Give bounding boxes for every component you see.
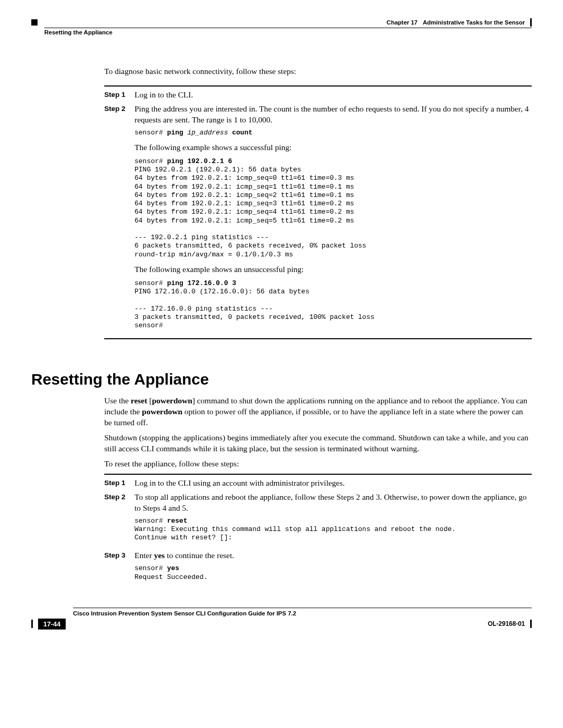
steps-rule <box>104 85 532 87</box>
code-block: sensor# ping 192.0.2.1 6 PING 192.0.2.1 … <box>134 157 532 259</box>
step-label: Step 2 <box>104 104 134 113</box>
footer-guide-title: Cisco Intrusion Prevention System Sensor… <box>73 610 532 616</box>
step-row: Step 3 Enter yes to continue the reset. … <box>104 550 532 586</box>
step-body: Log in to the CLI using an account with … <box>134 478 532 489</box>
step-row: Step 1 Log in to the CLI using an accoun… <box>104 478 532 489</box>
paragraph: The following example shows a successful… <box>134 142 532 153</box>
chapter-number: Chapter 17 <box>387 19 418 26</box>
step-label: Step 1 <box>104 90 134 98</box>
code-block: sensor# ping ip_address count <box>134 129 532 137</box>
step-label: Step 3 <box>104 550 134 559</box>
paragraph: The following example shows an unsuccess… <box>134 264 532 275</box>
page-footer: 17-44 OL-29168-01 <box>31 619 532 630</box>
step-body: Ping the address you are interested in. … <box>134 104 532 335</box>
chapter-title: Administrative Tasks for the Sensor <box>423 19 525 26</box>
page-number-badge: 17-44 <box>38 619 66 630</box>
step-body: Enter yes to continue the reset. sensor#… <box>134 550 532 586</box>
footer-rule <box>73 608 532 608</box>
step-row: Step 1 Log in to the CLI. <box>104 90 532 101</box>
code-block: sensor# yes Request Succeeded. <box>134 564 532 582</box>
intro-paragraph: To diagnose basic network connectivity, … <box>104 67 532 76</box>
vbar-icon <box>530 620 532 628</box>
steps-rule <box>104 474 532 475</box>
step-row: Step 2 Ping the address you are interest… <box>104 104 532 335</box>
step-body: Log in to the CLI. <box>134 90 532 101</box>
square-icon <box>31 19 38 26</box>
code-block: sensor# reset Warning: Executing this co… <box>134 517 532 542</box>
vbar-icon <box>31 620 33 628</box>
paragraph: Shutdown (stopping the applications) beg… <box>104 433 532 454</box>
doc-id: OL-29168-01 <box>488 620 525 627</box>
page-header: Chapter 17 Administrative Tasks for the … <box>31 18 532 27</box>
vbar-icon <box>530 18 532 27</box>
header-rule <box>44 28 532 28</box>
section-heading: Resetting the Appliance <box>31 371 532 388</box>
step-body: To stop all applications and reboot the … <box>134 492 532 548</box>
step-label: Step 2 <box>104 492 134 501</box>
code-block: sensor# ping 172.16.0.0 3 PING 172.16.0.… <box>134 279 532 330</box>
header-left-marker <box>31 19 38 26</box>
paragraph: To reset the appliance, follow these ste… <box>104 459 532 470</box>
step-label: Step 1 <box>104 478 134 487</box>
section-breadcrumb: Resetting the Appliance <box>44 29 532 35</box>
steps-rule <box>104 338 532 339</box>
paragraph: Use the reset [powerdown] command to shu… <box>104 396 532 428</box>
step-row: Step 2 To stop all applications and rebo… <box>104 492 532 548</box>
